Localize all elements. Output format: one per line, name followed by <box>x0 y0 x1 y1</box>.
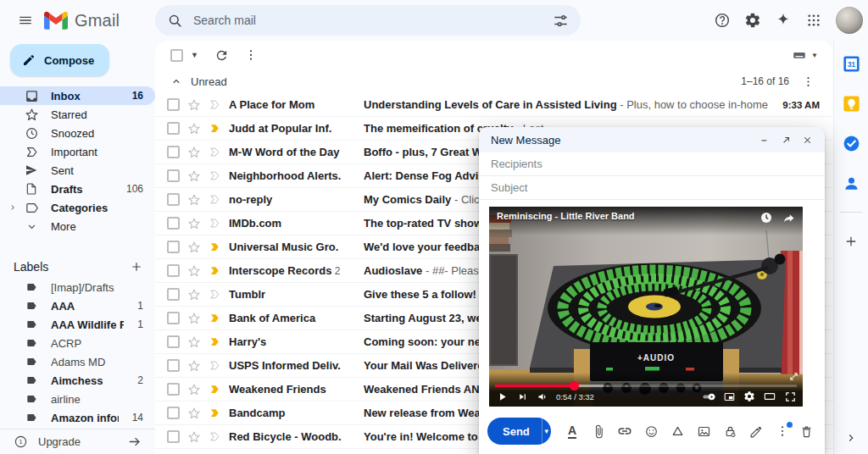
confidential-mode-icon[interactable] <box>719 420 742 443</box>
gmail-logo[interactable]: Gmail <box>44 11 120 30</box>
star-icon[interactable] <box>187 122 201 136</box>
send-button[interactable]: Send ▼ <box>487 418 551 445</box>
importance-marker-icon[interactable] <box>209 383 221 396</box>
sidebar-item-sent[interactable]: Sent <box>0 161 155 180</box>
star-icon[interactable] <box>187 312 201 325</box>
label-item[interactable]: AAA Wildlife Remo...1 <box>0 315 155 334</box>
section-more-icon[interactable] <box>798 71 818 91</box>
create-label-icon[interactable] <box>130 260 143 274</box>
importance-marker-icon[interactable] <box>209 288 221 301</box>
importance-marker-icon[interactable] <box>209 193 221 206</box>
recipients-input[interactable] <box>491 158 813 170</box>
collapse-panel-icon[interactable] <box>845 432 857 444</box>
star-icon[interactable] <box>187 288 201 302</box>
row-checkbox[interactable] <box>167 312 180 324</box>
search-filters-icon[interactable] <box>553 13 569 29</box>
compose-button[interactable]: Compose <box>10 44 109 76</box>
row-checkbox[interactable] <box>167 169 180 182</box>
more-options-icon[interactable] <box>239 43 263 67</box>
sidebar-item-important[interactable]: Important <box>0 142 155 161</box>
label-item[interactable]: airline <box>0 390 155 408</box>
importance-marker-icon[interactable] <box>209 241 221 253</box>
row-checkbox[interactable] <box>167 288 180 301</box>
get-addons-icon[interactable] <box>840 230 862 252</box>
help-icon[interactable] <box>709 7 736 34</box>
importance-marker-icon[interactable] <box>209 312 221 324</box>
star-icon[interactable] <box>187 169 201 183</box>
close-icon[interactable] <box>802 134 813 146</box>
star-icon[interactable] <box>187 430 201 444</box>
compose-header[interactable]: New Message <box>479 127 825 152</box>
video-progress-bar[interactable] <box>495 385 797 387</box>
insert-emoji-icon[interactable] <box>640 420 663 443</box>
input-tools-icon[interactable]: ▼ <box>792 47 818 63</box>
subject-input[interactable] <box>491 181 813 194</box>
upgrade-button[interactable]: 1 Upgrade <box>0 429 155 454</box>
star-icon[interactable] <box>187 359 201 373</box>
recipients-field[interactable] <box>479 152 825 176</box>
label-item[interactable]: AAA1 <box>0 296 155 315</box>
search-input[interactable] <box>193 14 542 27</box>
collapse-section-icon[interactable] <box>170 75 182 87</box>
minimize-icon[interactable] <box>759 134 771 146</box>
insert-photo-icon[interactable] <box>693 420 715 443</box>
video-settings-icon[interactable] <box>740 388 759 405</box>
row-checkbox[interactable] <box>167 359 180 372</box>
row-checkbox[interactable] <box>167 407 180 419</box>
compose-body[interactable]: +AUDIO Reminiscing - Little River Band <box>479 200 825 412</box>
drive-icon[interactable] <box>666 420 689 443</box>
tasks-icon[interactable] <box>840 132 862 154</box>
fullscreen-icon[interactable] <box>781 388 799 405</box>
star-icon[interactable] <box>187 407 201 420</box>
more-send-options-icon[interactable] <box>771 420 794 443</box>
row-checkbox[interactable] <box>167 217 180 230</box>
importance-marker-icon[interactable] <box>209 146 221 158</box>
theater-mode-icon[interactable] <box>760 388 779 405</box>
email-row[interactable]: A Place for MomUnderstanding Levels of C… <box>155 93 833 117</box>
importance-marker-icon[interactable] <box>209 407 221 419</box>
row-checkbox[interactable] <box>167 430 180 443</box>
row-checkbox[interactable] <box>167 98 180 111</box>
importance-marker-icon[interactable] <box>209 430 221 443</box>
sidebar-item-inbox[interactable]: Inbox16 <box>0 86 155 105</box>
expand-icon[interactable] <box>789 372 798 381</box>
star-icon[interactable] <box>187 335 201 349</box>
sidebar-item-categories[interactable]: Categories <box>0 198 155 217</box>
select-caret-icon[interactable]: ▼ <box>191 51 198 59</box>
row-checkbox[interactable] <box>167 241 180 253</box>
settings-icon[interactable] <box>739 7 766 34</box>
volume-icon[interactable] <box>533 388 552 405</box>
star-icon[interactable] <box>187 193 201 207</box>
attach-file-icon[interactable] <box>587 420 610 443</box>
sidebar-item-more[interactable]: More <box>0 217 155 235</box>
star-icon[interactable] <box>187 264 201 278</box>
importance-marker-icon[interactable] <box>209 264 221 277</box>
row-checkbox[interactable] <box>167 193 180 206</box>
importance-marker-icon[interactable] <box>209 335 221 348</box>
importance-marker-icon[interactable] <box>209 359 221 372</box>
gemini-icon[interactable] <box>770 7 797 34</box>
miniplayer-icon[interactable] <box>720 388 738 405</box>
select-all-checkbox[interactable] <box>170 49 183 62</box>
row-checkbox[interactable] <box>167 122 180 135</box>
profile-avatar[interactable] <box>836 7 863 34</box>
label-item[interactable]: ACRP <box>0 334 155 352</box>
star-icon[interactable] <box>187 98 201 112</box>
star-icon[interactable] <box>187 217 201 230</box>
contacts-icon[interactable] <box>840 172 862 194</box>
star-icon[interactable] <box>187 146 201 159</box>
autoplay-toggle-icon[interactable] <box>699 388 718 405</box>
formatting-options-icon[interactable]: A <box>561 420 584 443</box>
label-item[interactable]: [Imap]/Drafts <box>0 278 155 296</box>
unread-section-header[interactable]: Unread 1–16 of 16 <box>155 69 833 93</box>
refresh-icon[interactable] <box>210 43 234 67</box>
next-icon[interactable] <box>513 388 531 405</box>
calendar-icon[interactable]: 31 <box>840 53 862 75</box>
embedded-video-player[interactable]: +AUDIO Reminiscing - Little River Band <box>489 207 803 407</box>
keep-icon[interactable] <box>840 92 862 114</box>
importance-marker-icon[interactable] <box>209 169 221 182</box>
popout-icon[interactable] <box>781 134 792 146</box>
star-icon[interactable] <box>187 383 201 396</box>
expander-chevron-icon[interactable] <box>8 203 17 212</box>
label-item[interactable]: Aimchess2 <box>0 371 155 390</box>
